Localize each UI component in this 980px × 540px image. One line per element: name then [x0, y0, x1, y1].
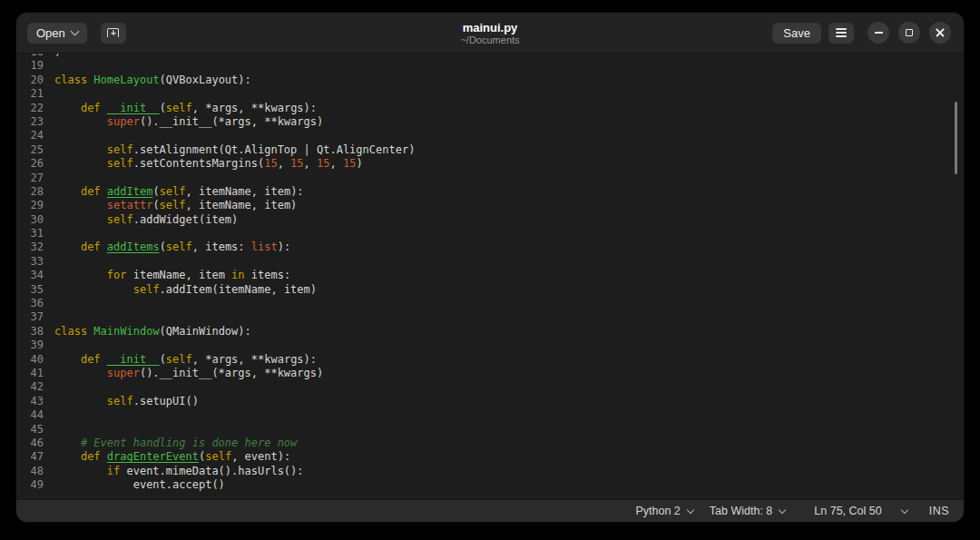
- line-number: 23: [16, 115, 44, 129]
- line-number: 22: [16, 102, 44, 115]
- code-line[interactable]: 21: [16, 87, 964, 101]
- code-text: super().__init__(*args, **kwargs): [44, 367, 323, 380]
- code-text: [44, 310, 54, 324]
- window-title: mainui.py: [460, 21, 519, 34]
- code-line[interactable]: 49 event.accept(): [16, 478, 964, 492]
- close-button[interactable]: [929, 22, 951, 44]
- code-line[interactable]: 25 self.setAlignment(Qt.AlignTop | Qt.Al…: [16, 143, 964, 157]
- code-line[interactable]: 34 for itemName, item in items:: [16, 269, 964, 282]
- line-number: 43: [16, 395, 44, 408]
- code-line[interactable]: 32 def addItems(self, items: list):: [16, 241, 964, 254]
- window-title-group: mainui.py ~/Documents: [460, 21, 519, 45]
- code-text: [44, 255, 54, 269]
- headerbar: Open + mainui.py ~/Documents Save: [16, 13, 964, 54]
- code-text: class HomeLayout(QVBoxLayout):: [44, 74, 251, 87]
- code-line[interactable]: 19: [16, 59, 964, 73]
- save-button[interactable]: Save: [772, 23, 821, 44]
- code-text: [44, 408, 54, 422]
- language-label: Python 2: [635, 505, 680, 517]
- line-number: 20: [16, 74, 44, 87]
- line-number: 30: [16, 213, 44, 227]
- menu-icon: [836, 28, 847, 37]
- tab-width-selector[interactable]: Tab Width: 8: [710, 505, 785, 517]
- code-text: super().__init__(*args, **kwargs): [44, 115, 323, 129]
- code-text: # Event handling is done here now: [44, 437, 297, 450]
- close-icon: [936, 28, 945, 37]
- line-number: 38: [16, 325, 44, 339]
- open-button-label: Open: [36, 26, 65, 40]
- line-number: 44: [16, 408, 44, 422]
- goto-line-button[interactable]: [902, 510, 907, 513]
- desktop-background: Open + mainui.py ~/Documents Save: [0, 0, 980, 540]
- line-number: 35: [16, 283, 44, 297]
- code-line[interactable]: 26 self.setContentsMargins(15, 15, 15, 1…: [16, 157, 964, 171]
- code-text: for itemName, item in items:: [44, 269, 290, 282]
- code-text: setattr(self, itemName, item): [44, 199, 297, 212]
- code-line[interactable]: 31: [16, 227, 964, 241]
- code-line[interactable]: 41 super().__init__(*args, **kwargs): [16, 367, 964, 380]
- line-number: 42: [16, 380, 44, 394]
- line-number: 24: [16, 129, 44, 142]
- chevron-down-icon: [779, 506, 786, 513]
- scrollbar-thumb[interactable]: [955, 102, 957, 174]
- maximize-button[interactable]: [898, 22, 920, 44]
- code-line[interactable]: 39: [16, 339, 964, 352]
- code-text: def addItem(self, itemName, item):: [44, 185, 304, 199]
- minimize-icon: [875, 32, 883, 34]
- code-line[interactable]: 36: [16, 297, 964, 310]
- code-line[interactable]: 29 setattr(self, itemName, item): [16, 199, 964, 212]
- insert-mode-indicator[interactable]: INS: [929, 505, 949, 517]
- cursor-position-button[interactable]: Ln 75, Col 50: [814, 505, 881, 517]
- code-line[interactable]: 46 # Event handling is done here now: [16, 437, 964, 450]
- line-number: 48: [16, 465, 44, 478]
- code-line[interactable]: 42: [16, 380, 964, 394]
- cursor-position-label: Ln 75, Col 50: [814, 505, 881, 517]
- code-text: def addItems(self, items: list):: [44, 241, 290, 254]
- open-button[interactable]: Open: [27, 23, 87, 44]
- code-text: [44, 423, 54, 437]
- code-line[interactable]: 44: [16, 408, 964, 422]
- code-line[interactable]: 20class HomeLayout(QVBoxLayout):: [16, 74, 964, 87]
- line-number: 40: [16, 353, 44, 367]
- line-number: 49: [16, 478, 44, 492]
- window-subtitle: ~/Documents: [460, 34, 519, 45]
- line-number: 39: [16, 339, 44, 352]
- line-number: 33: [16, 255, 44, 269]
- code-line[interactable]: 27: [16, 172, 964, 185]
- code-text: [44, 87, 54, 101]
- code-line[interactable]: 38class MainWindow(QMainWindow):: [16, 325, 964, 339]
- menu-button[interactable]: [828, 23, 854, 44]
- line-number: 41: [16, 367, 44, 380]
- code-text: [44, 297, 54, 310]
- code-line[interactable]: 48 if event.mimeData().hasUrls():: [16, 465, 964, 478]
- code-text: [44, 227, 54, 241]
- new-tab-button[interactable]: +: [101, 23, 126, 44]
- line-number: 27: [16, 172, 44, 185]
- tab-width-label: Tab Width: 8: [710, 505, 772, 517]
- editor[interactable]: 18)1920class HomeLayout(QVBoxLayout):212…: [16, 54, 964, 499]
- code-line[interactable]: 37: [16, 310, 964, 324]
- code-line[interactable]: 35 self.addItem(itemName, item): [16, 283, 964, 297]
- code-line[interactable]: 22 def __init__(self, *args, **kwargs):: [16, 102, 964, 115]
- line-number: 21: [16, 87, 44, 101]
- minimize-button[interactable]: [867, 22, 889, 44]
- code-text: self.addWidget(item): [44, 213, 238, 227]
- code-line[interactable]: 28 def addItem(self, itemName, item):: [16, 185, 964, 199]
- language-selector[interactable]: Python 2: [635, 505, 692, 517]
- line-number: 37: [16, 310, 44, 324]
- code-line[interactable]: 45: [16, 423, 964, 437]
- line-number: 32: [16, 241, 44, 254]
- code-text: self.addItem(itemName, item): [44, 283, 317, 297]
- code-text: if event.mimeData().hasUrls():: [44, 465, 304, 478]
- code-line[interactable]: 24: [16, 129, 964, 142]
- code-text: class MainWindow(QMainWindow):: [44, 325, 251, 339]
- line-number: 26: [16, 157, 44, 171]
- code-line[interactable]: 47 def dragEnterEvent(self, event):: [16, 450, 964, 464]
- code-line[interactable]: 33: [16, 255, 964, 269]
- line-number: 29: [16, 199, 44, 212]
- code-line[interactable]: 43 self.setupUI(): [16, 395, 964, 408]
- code-line[interactable]: 23 super().__init__(*args, **kwargs): [16, 115, 964, 129]
- code-line[interactable]: 30 self.addWidget(item): [16, 213, 964, 227]
- code-text: [44, 129, 54, 142]
- code-line[interactable]: 40 def __init__(self, *args, **kwargs):: [16, 353, 964, 367]
